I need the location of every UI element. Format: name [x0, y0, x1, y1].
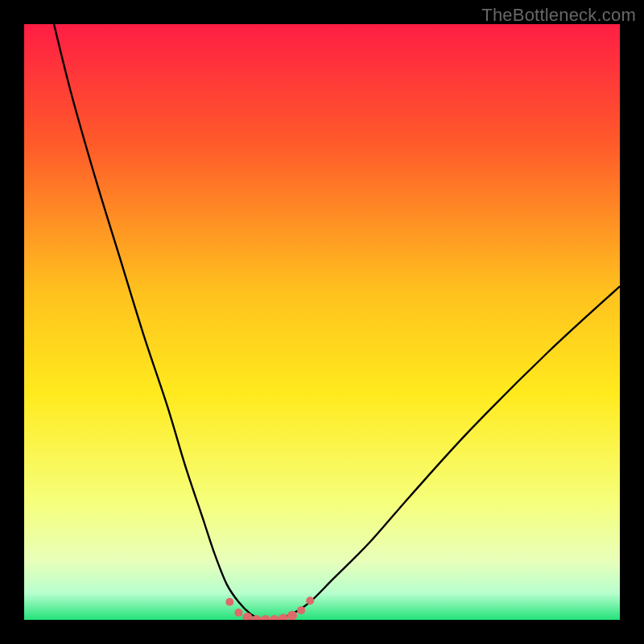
chart-frame: TheBottleneck.com	[0, 0, 644, 644]
gradient-background	[24, 24, 620, 620]
bottleneck-chart	[24, 24, 620, 620]
marker-dot	[306, 597, 314, 605]
marker-dot	[234, 609, 242, 617]
watermark-text: TheBottleneck.com	[481, 5, 636, 26]
plot-area	[24, 24, 620, 620]
marker-dot	[225, 598, 233, 606]
marker-dot	[297, 606, 305, 614]
